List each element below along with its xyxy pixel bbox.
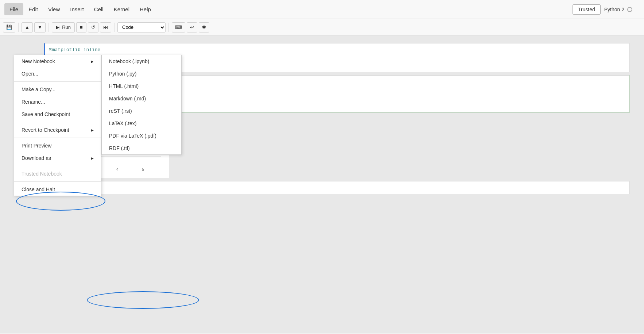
rdf-highlight <box>87 291 199 309</box>
add-cell-above-button[interactable]: ▲ <box>22 22 33 32</box>
menu-cell[interactable]: Cell <box>89 3 109 15</box>
trusted-button[interactable]: Trusted <box>573 4 601 15</box>
menu-revert-checkpoint[interactable]: Revert to Checkpoint ▶ <box>14 124 101 136</box>
dl-md[interactable]: Markdown (.md) <box>102 92 181 105</box>
command-palette-button[interactable]: ↩ <box>187 22 197 32</box>
add-cell-below-button[interactable]: ▼ <box>34 22 46 32</box>
menu-file[interactable]: File <box>4 3 23 15</box>
dl-py[interactable]: Python (.py) <box>102 68 181 80</box>
dl-html[interactable]: HTML (.html) <box>102 80 181 92</box>
keyboard-shortcuts-button[interactable]: ⌨ <box>172 22 185 32</box>
file-menu: New Notebook ▶ Open... Make a Copy... Re… <box>14 55 101 196</box>
stop-button[interactable]: ■ <box>76 22 86 32</box>
separator-b <box>14 122 101 122</box>
code-line-1: %matplotlib inline <box>49 46 625 54</box>
kernel-status-circle <box>627 7 632 12</box>
download-submenu: Notebook (.ipynb) Python (.py) HTML (.ht… <box>101 55 182 155</box>
separator-3 <box>114 23 115 32</box>
run-icon: ▶| <box>56 24 61 30</box>
separator-e <box>14 181 101 182</box>
dl-rdf[interactable]: RDF (.ttl) <box>102 142 181 154</box>
menu-kernel[interactable]: Kernel <box>109 3 135 15</box>
submenu-arrow-revert: ▶ <box>91 128 94 132</box>
menu-download-as[interactable]: Download as ▶ <box>14 152 101 164</box>
menubar-right: Trusted Python 2 <box>573 4 640 15</box>
menu-open[interactable]: Open... <box>14 68 101 80</box>
run-button[interactable]: ▶| Run <box>52 22 75 32</box>
submenu-arrow-download: ▶ <box>91 156 94 160</box>
menu-trusted-notebook[interactable]: Trusted Notebook <box>14 168 101 180</box>
menu-print-preview[interactable]: Print Preview <box>14 139 101 152</box>
menu-help[interactable]: Help <box>135 3 156 15</box>
dl-pdf[interactable]: PDF via LaTeX (.pdf) <box>102 130 181 142</box>
separator-c <box>14 138 101 138</box>
save-button[interactable]: 💾 <box>3 22 15 32</box>
toolbar: 💾 ▲ ▼ ▶| Run ■ ↺ ⏭ Code Markdown Raw NBC… <box>0 19 644 36</box>
cell-type-select[interactable]: Code Markdown Raw NBConvert Heading <box>117 22 166 32</box>
separator-a <box>14 81 101 82</box>
separator-d <box>14 166 101 166</box>
dl-rst[interactable]: reST (.rst) <box>102 105 181 117</box>
dl-latex[interactable]: LaTeX (.tex) <box>102 117 181 130</box>
menu-close-halt[interactable]: Close and Halt <box>14 183 101 196</box>
dl-ipynb[interactable]: Notebook (.ipynb) <box>102 55 181 68</box>
widget-button[interactable]: ✱ <box>199 22 209 32</box>
menu-save-checkpoint[interactable]: Save and Checkpoint <box>14 108 101 120</box>
kernel-info: Python 2 <box>604 7 640 12</box>
menu-items: File Edit View Insert Cell Kernel Help <box>4 3 156 15</box>
menu-insert[interactable]: Insert <box>65 3 89 15</box>
separator-1 <box>18 23 19 32</box>
restart-run-button[interactable]: ⏭ <box>100 22 111 32</box>
menu-new-notebook[interactable]: New Notebook ▶ <box>14 55 101 68</box>
plot-x-label-5: 5 <box>142 167 144 172</box>
bottom-cell: In [ ]: <box>15 181 629 194</box>
restart-button[interactable]: ↺ <box>88 22 98 32</box>
menu-make-copy[interactable]: Make a Copy... <box>14 83 101 96</box>
separator-4 <box>168 23 169 32</box>
menu-edit[interactable]: Edit <box>23 3 43 15</box>
menubar: File Edit View Insert Cell Kernel Help T… <box>0 0 644 19</box>
plot-x-label-4: 4 <box>116 167 119 172</box>
menu-view[interactable]: View <box>43 3 65 15</box>
menu-rename[interactable]: Rename... <box>14 96 101 108</box>
bottom-cell-content[interactable] <box>44 181 629 194</box>
separator-2 <box>49 23 49 32</box>
main-content: %matplotlib inline import matplotlib.pyp… <box>0 36 644 333</box>
submenu-arrow-new: ▶ <box>91 59 94 64</box>
